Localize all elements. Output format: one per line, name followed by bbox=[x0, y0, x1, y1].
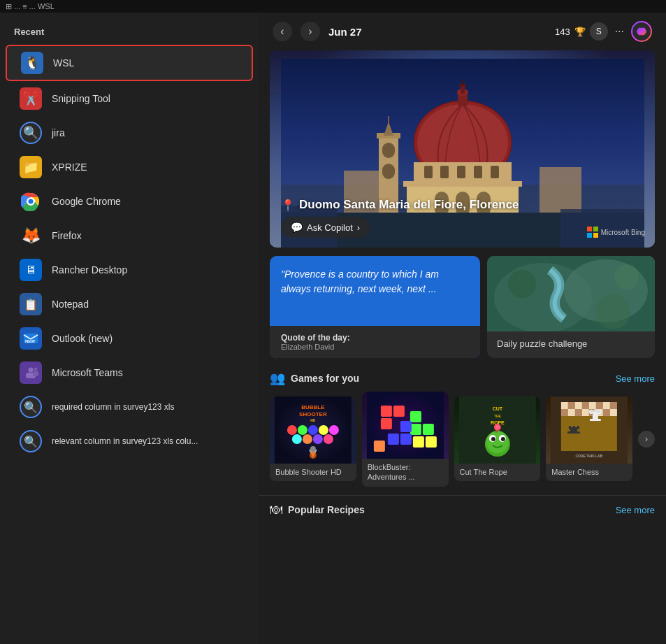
sidebar-item-label-rancher: Rancher Desktop bbox=[52, 264, 127, 276]
prev-button[interactable]: ‹ bbox=[273, 22, 292, 41]
hero-card[interactable]: 📍 Duomo Santa Maria del Fiore, Florence … bbox=[270, 50, 655, 248]
sidebar-item-chrome[interactable]: Google Chrome bbox=[6, 185, 253, 218]
more-button[interactable]: ··· bbox=[612, 22, 627, 41]
game-card-blockbuster-img bbox=[362, 392, 449, 459]
game-card-label-cut-rope: Cut The Rope bbox=[454, 464, 541, 481]
svg-rect-37 bbox=[388, 116, 389, 123]
svg-rect-111 bbox=[610, 409, 617, 416]
svg-point-63 bbox=[303, 434, 312, 444]
hero-caption: 📍 Duomo Santa Maria del Fiore, Florence bbox=[281, 197, 519, 213]
svg-rect-110 bbox=[603, 409, 610, 416]
svg-rect-22 bbox=[424, 166, 433, 178]
svg-point-2 bbox=[29, 199, 34, 204]
svg-text:NEW: NEW bbox=[25, 339, 35, 343]
sidebar-item-wsl[interactable]: 🐧 WSL bbox=[6, 45, 253, 81]
sidebar-item-xprize[interactable]: 📁 XPRIZE bbox=[6, 150, 253, 184]
content-header: ‹ › Jun 27 143 🏆 S ··· bbox=[259, 13, 666, 50]
svg-rect-80 bbox=[426, 436, 437, 448]
svg-rect-46 bbox=[593, 233, 598, 238]
wsl-icon: 🐧 bbox=[21, 52, 43, 74]
sidebar-item-label-jira: jira bbox=[52, 127, 65, 138]
sidebar-item-notepad[interactable]: 📋 Notepad bbox=[6, 287, 253, 321]
badge-area: 143 🏆 S ··· bbox=[555, 21, 652, 42]
svg-text:HD: HD bbox=[310, 418, 316, 422]
game-card-cut-rope-img: CUT THE ROPE bbox=[454, 396, 541, 464]
puzzle-card-bottom: Daily puzzle challenge bbox=[487, 331, 655, 356]
svg-point-91 bbox=[500, 437, 505, 441]
hero-caption-text: Duomo Santa Maria del Fiore, Florence bbox=[299, 197, 519, 213]
chrome-icon bbox=[20, 190, 42, 213]
ms-bing-logo: Microsoft Bing bbox=[587, 227, 645, 238]
sidebar-item-jira[interactable]: 🔍 jira bbox=[6, 116, 253, 150]
games-scroll-right[interactable]: › bbox=[638, 431, 655, 448]
svg-text:SHOOTER: SHOOTER bbox=[299, 411, 327, 417]
svg-rect-100 bbox=[589, 402, 596, 409]
ask-copilot-label: Ask Copilot bbox=[307, 222, 353, 233]
game-card-cut-rope[interactable]: CUT THE ROPE bbox=[454, 396, 541, 481]
recipes-section-icon: 🍽 bbox=[270, 503, 282, 517]
location-pin-icon: 📍 bbox=[281, 199, 295, 212]
copilot-icon: 💬 bbox=[291, 222, 303, 233]
svg-rect-24 bbox=[457, 166, 465, 178]
svg-rect-123 bbox=[573, 426, 575, 429]
svg-rect-101 bbox=[596, 402, 603, 409]
sidebar-item-label-survey1: required column in survey123 xls bbox=[52, 402, 174, 412]
svg-text:BUBBLE: BUBBLE bbox=[301, 404, 325, 410]
games-see-more-button[interactable]: See more bbox=[616, 373, 655, 384]
sidebar-item-snipping[interactable]: ✂️ Snipping Tool bbox=[6, 82, 253, 115]
puzzle-card[interactable]: Daily puzzle challenge bbox=[487, 256, 655, 358]
next-button[interactable]: › bbox=[301, 22, 320, 41]
game-card-chess[interactable]: CODE THIS LAB Master Chess bbox=[546, 396, 632, 481]
games-section-title: Games for you bbox=[291, 373, 616, 384]
games-section-header: 👥 Games for you See more bbox=[259, 366, 666, 392]
teams-icon bbox=[20, 362, 42, 384]
survey2-icon: 🔍 bbox=[20, 430, 42, 452]
sidebar: Recent 🐧 WSL ✂️ Snipping Tool 🔍 jira 📁 X… bbox=[0, 13, 259, 644]
svg-rect-73 bbox=[410, 411, 421, 422]
firefox-icon: 🦊 bbox=[20, 224, 42, 247]
svg-rect-44 bbox=[593, 227, 598, 231]
recipes-section-header: 🍽 Popular Recipes See more bbox=[259, 499, 666, 523]
ask-copilot-button[interactable]: 💬 Ask Copilot › bbox=[281, 217, 370, 238]
svg-text:THE: THE bbox=[493, 414, 501, 418]
sidebar-item-outlook[interactable]: NEW Outlook (new) bbox=[6, 322, 253, 355]
svg-point-93 bbox=[495, 425, 499, 429]
quote-text: "Provence is a country to which I am alw… bbox=[281, 267, 469, 296]
svg-rect-106 bbox=[575, 409, 582, 416]
svg-rect-70 bbox=[381, 406, 392, 417]
svg-point-60 bbox=[319, 425, 328, 435]
svg-rect-98 bbox=[575, 402, 582, 409]
sidebar-item-label-firefox: Firefox bbox=[52, 230, 82, 241]
svg-text:CODE THIS LAB: CODE THIS LAB bbox=[576, 454, 603, 458]
svg-rect-25 bbox=[474, 166, 482, 178]
games-row: BUBBLE SHOOTER HD bbox=[259, 392, 666, 495]
sidebar-item-firefox[interactable]: 🦊 Firefox bbox=[6, 219, 253, 252]
right-content: ‹ › Jun 27 143 🏆 S ··· bbox=[259, 13, 666, 644]
game-card-bubble[interactable]: BUBBLE SHOOTER HD bbox=[270, 396, 356, 481]
svg-rect-124 bbox=[577, 426, 579, 429]
sidebar-item-label-snipping: Snipping Tool bbox=[52, 93, 110, 104]
svg-rect-35 bbox=[382, 164, 395, 179]
cards-row: "Provence is a country to which I am alw… bbox=[270, 256, 655, 358]
svg-rect-26 bbox=[491, 166, 499, 178]
sidebar-item-label-wsl: WSL bbox=[53, 57, 74, 69]
recipes-see-more-button[interactable]: See more bbox=[616, 505, 655, 515]
game-card-label-chess: Master Chess bbox=[546, 464, 632, 481]
sidebar-item-survey1[interactable]: 🔍 required column in survey123 xls bbox=[6, 390, 253, 424]
svg-rect-105 bbox=[568, 409, 575, 416]
game-card-blockbuster[interactable]: BlockBuster: Adventures ... bbox=[362, 392, 449, 487]
svg-rect-75 bbox=[423, 424, 434, 435]
badge-count: 143 bbox=[555, 27, 570, 37]
svg-rect-79 bbox=[413, 436, 424, 448]
sidebar-item-survey2[interactable]: 🔍 relevant column in survey123 xls colu.… bbox=[6, 424, 253, 458]
main-layout: Recent 🐧 WSL ✂️ Snipping Tool 🔍 jira 📁 X… bbox=[0, 13, 666, 644]
rancher-icon: 🖥 bbox=[20, 259, 42, 281]
sidebar-item-teams[interactable]: Microsoft Teams bbox=[6, 356, 253, 389]
svg-point-61 bbox=[329, 425, 339, 435]
sidebar-item-rancher[interactable]: 🖥 Rancher Desktop bbox=[6, 253, 253, 287]
game-card-label-blockbuster: BlockBuster: Adventures ... bbox=[362, 459, 449, 487]
outlook-icon: NEW bbox=[20, 327, 42, 350]
quote-card[interactable]: "Provence is a country to which I am alw… bbox=[270, 256, 480, 358]
svg-rect-43 bbox=[587, 227, 592, 231]
svg-point-7 bbox=[29, 368, 34, 373]
